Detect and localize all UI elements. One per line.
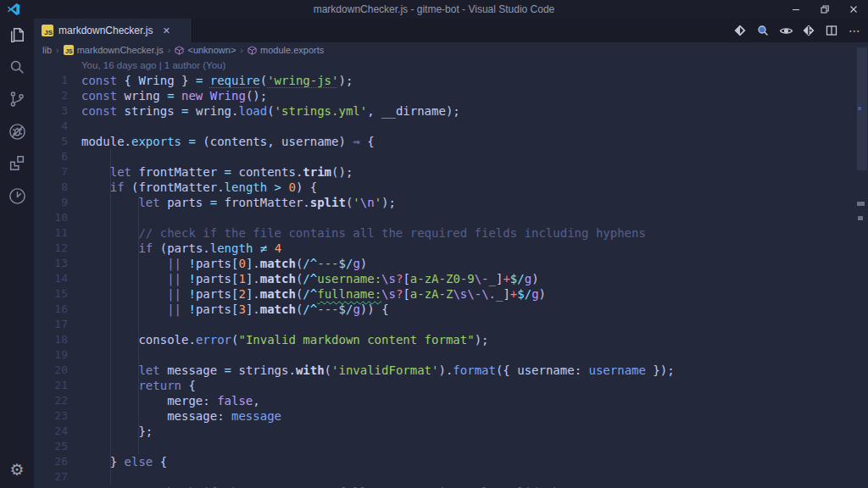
debug-icon[interactable]: [0, 115, 34, 147]
line-number: 6: [34, 149, 68, 164]
code-line: 11 // check if the file contains all the…: [34, 225, 868, 241]
code-text[interactable]: const { Wring } = require('wring-js');: [68, 73, 353, 88]
breadcrumb-item-file[interactable]: JS markdownChecker.js: [64, 45, 164, 55]
line-number: 1: [34, 73, 68, 88]
scrollbar[interactable]: [856, 42, 868, 488]
explorer-icon[interactable]: [0, 19, 34, 51]
source-control-icon[interactable]: [0, 83, 34, 115]
editor-pane[interactable]: You, 16 days ago | 1 author (You)1const …: [34, 58, 868, 488]
symbol-module-icon: [175, 46, 184, 55]
breadcrumb: lib › JS markdownChecker.js › <unknown> …: [34, 42, 856, 58]
settings-gear-icon[interactable]: ⚙: [0, 452, 34, 486]
code-line: 15 || !parts[2].match(/^fullname:\s?[a-z…: [34, 286, 868, 302]
line-number: 16: [34, 302, 68, 317]
code-text[interactable]: [68, 210, 81, 225]
code-text[interactable]: message: message: [68, 408, 281, 424]
code-text[interactable]: || !parts[1].match(/^username:\s?[a-zA-Z…: [68, 271, 539, 286]
code-line: 12 if (parts.length ≠ 4: [34, 241, 868, 256]
code-line: 14 || !parts[1].match(/^username:\s?[a-z…: [34, 271, 868, 286]
line-number: 12: [34, 241, 68, 256]
titlebar: markdownChecker.js - gitme-bot - Visual …: [0, 0, 868, 19]
line-number: 13: [34, 256, 68, 271]
eye-blame-icon[interactable]: [777, 22, 794, 39]
tab-markdownchecker[interactable]: JS markdownChecker.js ✕: [34, 19, 192, 42]
code-text[interactable]: [68, 119, 81, 134]
code-text[interactable]: // check if the file contains all the re…: [68, 225, 646, 241]
code-line: 3const strings = wring.load('strings.yml…: [34, 103, 868, 119]
line-number: 24: [34, 424, 68, 439]
line-number: 19: [34, 347, 68, 363]
line-number: 9: [34, 195, 68, 210]
line-number: 26: [34, 454, 68, 469]
extensions-icon[interactable]: [0, 147, 34, 180]
code-text[interactable]: if (parts.length ≠ 4: [68, 241, 281, 256]
line-number: 4: [34, 119, 68, 134]
code-line: 17: [34, 317, 868, 332]
code-line: 16 || !parts[3].match(/^---$/g)) {: [34, 302, 868, 317]
code-text[interactable]: merge: false,: [68, 393, 260, 408]
line-number: 28: [34, 485, 68, 488]
gitlens-graph-icon[interactable]: [800, 22, 817, 39]
code-text[interactable]: };: [68, 424, 153, 439]
gitlens-diamond-icon[interactable]: [732, 22, 748, 39]
code-line: 22 merge: false,: [34, 393, 868, 408]
code-line: 21 return {: [34, 378, 868, 393]
git-blame-annotation[interactable]: You, 16 days ago | 1 author (You): [34, 58, 868, 73]
tab-close-icon[interactable]: ✕: [159, 24, 173, 37]
js-file-icon: JS: [42, 25, 53, 36]
js-file-icon: JS: [64, 45, 74, 55]
code-text[interactable]: // check if the username or fullname con…: [68, 485, 617, 488]
code-line: 28 // check if the username or fullname …: [34, 485, 868, 488]
code-line: 20 let message = strings.with('invalidFo…: [34, 363, 868, 378]
code-line: 9 let parts = frontMatter.split('\n');: [34, 195, 868, 210]
search-preview-icon[interactable]: [754, 22, 771, 39]
line-number: 2: [34, 88, 68, 103]
code-text[interactable]: module.exports = (contents, username) ⇒ …: [68, 134, 375, 149]
code-line: 4: [34, 119, 868, 134]
code-text[interactable]: const strings = wring.load('strings.yml'…: [68, 103, 460, 119]
code-line: 23 message: message: [34, 408, 868, 424]
code-text[interactable]: console.error("Invalid markdown content …: [68, 332, 488, 347]
code-text[interactable]: if (frontMatter.length > 0) {: [68, 180, 317, 195]
line-number: 7: [34, 164, 68, 180]
more-actions-icon[interactable]: ⋯: [846, 22, 863, 39]
code-lines: You, 16 days ago | 1 author (You)1const …: [34, 58, 868, 488]
chevron-right-icon: ›: [240, 45, 243, 55]
symbol-module-icon: [248, 46, 257, 55]
code-text[interactable]: [68, 439, 81, 454]
code-line: 8 if (frontMatter.length > 0) {: [34, 180, 868, 195]
restore-button[interactable]: [810, 0, 839, 19]
breadcrumb-item-unknown[interactable]: <unknown>: [175, 45, 236, 55]
line-number: 21: [34, 378, 68, 393]
code-text[interactable]: let parts = frontMatter.split('\n');: [68, 195, 396, 210]
search-icon[interactable]: [0, 51, 34, 83]
line-number: 15: [34, 286, 68, 302]
line-number: 20: [34, 363, 68, 378]
code-text[interactable]: let frontMatter = contents.trim();: [68, 164, 353, 180]
clock-extension-icon[interactable]: [0, 180, 34, 212]
code-line: 13 || !parts[0].match(/^---$/g): [34, 256, 868, 271]
code-text[interactable]: return {: [68, 378, 196, 393]
minimize-button[interactable]: [782, 0, 810, 19]
split-editor-icon[interactable]: [823, 22, 840, 39]
line-number: 22: [34, 393, 68, 408]
line-number: 3: [34, 103, 68, 119]
breadcrumb-item-lib[interactable]: lib: [42, 45, 52, 55]
code-text[interactable]: [68, 149, 81, 164]
code-text[interactable]: || !parts[0].match(/^---$/g): [68, 256, 367, 271]
code-text[interactable]: let message = strings.with('invalidForma…: [68, 363, 675, 378]
code-line: 27: [34, 469, 868, 485]
close-button[interactable]: [839, 0, 868, 19]
code-text[interactable]: const wring = new Wring();: [68, 88, 267, 103]
code-text[interactable]: || !parts[3].match(/^---$/g)) {: [68, 302, 389, 317]
code-text[interactable]: [68, 347, 81, 363]
code-text[interactable]: [68, 317, 81, 332]
code-line: 26 } else {: [34, 454, 868, 469]
breadcrumb-item-module-exports[interactable]: module.exports: [248, 45, 324, 55]
overview-ruler-mark: [858, 107, 861, 110]
code-text[interactable]: || !parts[2].match(/^fullname:\s?[a-zA-Z…: [68, 286, 546, 302]
code-text[interactable]: [68, 469, 81, 485]
line-number: 5: [34, 134, 68, 149]
tab-bar: JS markdownChecker.js ✕: [34, 19, 868, 42]
code-text[interactable]: } else {: [68, 454, 167, 469]
